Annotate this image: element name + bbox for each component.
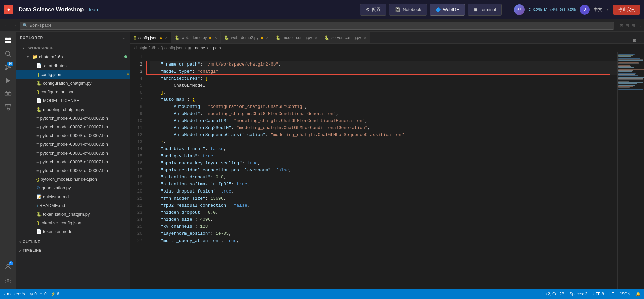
layout-icon[interactable]: ⊞ [632,22,635,29]
line-number-18: 18 [130,174,142,181]
editor-tab-server-config-py[interactable]: 🐍server_config.py✕ [321,32,370,43]
back-button[interactable]: ← [3,22,9,29]
code-line-4: "architectures": [ [150,75,617,82]
file-name: tokenizer.model [43,229,130,234]
file-item-pytorch-model-00001-of-00007-bin[interactable]: ▷≡pytorch_model-00001-of-00007.bin [16,114,130,122]
file-item-tokenization-chatglm-py[interactable]: ▷🐍tokenization_chatglm.py [16,210,130,218]
title-tabs: ⚙配置📓Notebook🔷WebIDE▣Terminal [360,4,502,16]
tab-close-button[interactable]: ✕ [214,36,217,40]
file-item-tokenizer-model[interactable]: ▷📄tokenizer.model [16,227,130,236]
language-selector[interactable]: 中文 [594,7,602,13]
status-right: Ln 2, Col 28 Spaces: 2 UTF-8 LF JSON 🔔 [542,292,641,296]
file-name: pytorch_model-00004-of-00007.bin [40,142,130,147]
line-number-14: 14 [130,145,142,153]
file-item-readme-md[interactable]: ▷ℹREADME.md [16,201,130,210]
file-item-pytorch-model-00002-of-00007-bin[interactable]: ▷≡pytorch_model-00002-of-00007.bin [16,122,130,131]
warning-icon: ⚠ [39,292,43,296]
file-item-modeling-chatglm-py[interactable]: ▷🐍modeling_chatglm.py [16,105,130,114]
activity-source-control[interactable]: 10 [2,61,14,73]
file-item-pytorch-model-00006-of-00007-bin[interactable]: ▷≡pytorch_model-00006-of-00007.bin [16,157,130,166]
file-name: modeling_chatglm.py [43,107,130,112]
forward-button[interactable]: → [11,22,17,29]
tab-close-button[interactable]: ✕ [165,36,168,40]
minimap-line [618,63,639,64]
title-tab-terminal[interactable]: ▣Terminal [468,4,502,16]
title-tab-notebook[interactable]: 📓Notebook [389,4,427,16]
code-content[interactable]: "_name_or_path": "/mnt/workspace/chatglm… [146,52,617,289]
code-editor-container[interactable]: 1234567891011121314151617181920212223242… [130,52,644,289]
tab-close-button[interactable]: ✕ [364,36,366,40]
cursor-position[interactable]: Ln 2, Col 28 [542,292,564,296]
breadcrumb-part-2[interactable]: _name_or_path [193,46,221,50]
line-number-1: 1 [130,54,142,61]
file-icon: {} [36,72,39,77]
file-icon: {} [36,89,39,94]
file-name: pytorch_model-00001-of-00007.bin [40,116,130,121]
file-icon: ≡ [36,159,39,164]
file-item-pytorch-model-00004-of-00007-bin[interactable]: ▷≡pytorch_model-00004-of-00007.bin [16,140,130,148]
svg-rect-3 [8,41,11,43]
outline-section[interactable]: ▷ OUTLINE [16,237,130,246]
title-tab-config[interactable]: ⚙配置 [360,4,386,16]
minimap-line [618,66,631,67]
chatglm2-6b-folder[interactable]: ▾ 📁 chatglm2-6b [16,52,130,61]
address-bar[interactable]: 🔍 workspace [20,22,614,30]
file-name: tokenizer_config.json [41,220,130,225]
svg-rect-14 [8,92,11,95]
file-item--gitattributes[interactable]: ▷📄.gitattributes [16,61,130,70]
line-number-19: 19 [130,181,142,188]
editor-tab-web-demo2-py[interactable]: 🐍web_demo2.py●✕ [221,32,272,43]
minimap-line [618,65,630,66]
activity-explorer[interactable] [2,34,14,46]
split-editor-button[interactable]: ⊡ [633,38,636,43]
editor-tab-model-config-py[interactable]: 🐍model_config.py✕ [272,32,321,43]
split-editor-icon[interactable]: ⊡ [620,22,623,29]
file-item-quickstart-md[interactable]: ▷📝quickstart.md [16,192,130,201]
stop-instance-button[interactable]: 停止实例 [613,5,640,15]
file-item-configuration-json[interactable]: ▷{}configuration.json [16,87,130,96]
activity-account[interactable]: 1 [2,261,14,273]
tab-close-button[interactable]: ✕ [315,36,317,40]
workspace-root[interactable]: ▾ WORKSPACE [16,44,130,52]
activity-search[interactable] [2,48,14,60]
more-icon[interactable]: … [637,22,641,29]
file-item-pytorch-model-bin-index-json[interactable]: ▷{}pytorch_model.bin.index.json [16,175,130,183]
activity-extensions[interactable] [2,88,14,100]
user-avatar[interactable]: U [580,5,590,15]
source-control-badge: 10 [7,62,13,66]
activity-settings[interactable] [2,274,14,286]
file-item-model-license[interactable]: ▷📄MODEL_LICENSE [16,96,130,105]
indentation[interactable]: Spaces: 2 [570,292,587,296]
more-tabs-button[interactable]: … [639,38,641,43]
file-item-config-json[interactable]: ▷{}config.jsonM [16,70,130,79]
code-line-26: "layernorm_epsilon": 1e-05, [150,230,617,237]
tab-close-button[interactable]: ✕ [266,36,269,40]
timeline-section[interactable]: ▷ TIMELINE [16,246,130,255]
port-count[interactable]: ⚡ 6 [51,292,59,296]
editor-tab-web-demo-py[interactable]: 🐍web_demo.py●✕ [171,32,221,43]
toggle-sidebar-icon[interactable]: ⊟ [626,22,629,29]
file-item-pytorch-model-00007-of-00007-bin[interactable]: ▷≡pytorch_model-00007-of-00007.bin [16,166,130,175]
file-item-configuration-chatglm-py[interactable]: ▷🐍configuration_chatglm.py [16,79,130,87]
tab-icon: 🐍 [324,35,329,40]
editor-tab-config-json[interactable]: {}config.json●✕ [130,32,171,43]
error-count[interactable]: ⊗ 0 ⚠ 0 [30,292,46,296]
port-icon: ⚡ [51,292,56,296]
title-tab-webide[interactable]: 🔷WebIDE [430,4,465,16]
file-item-pytorch-model-00003-of-00007-bin[interactable]: ▷≡pytorch_model-00003-of-00007.bin [16,131,130,140]
language-mode[interactable]: JSON [620,292,630,296]
activity-run[interactable] [2,75,14,87]
breadcrumb-part-1[interactable]: config.json [164,46,183,50]
breadcrumb-part-0[interactable]: chatglm2-6b [134,46,156,50]
notifications[interactable]: 🔔 [636,292,641,296]
activity-test[interactable] [2,101,14,114]
file-item-tokenizer-config-json[interactable]: ▷{}tokenizer_config.json [16,218,130,227]
file-item-quantization-py[interactable]: ▷⚙quantization.py [16,183,130,192]
encoding[interactable]: UTF-8 [593,292,604,296]
git-branch[interactable]: ⑂ master* ↻ [3,292,25,296]
error-num: 0 [34,292,37,296]
sidebar-more-button[interactable]: ... [122,36,126,40]
line-ending[interactable]: LF [609,292,614,296]
file-item-pytorch-model-00005-of-00007-bin[interactable]: ▷≡pytorch_model-00005-of-00007.bin [16,148,130,157]
tab-icon: {} [133,36,136,40]
